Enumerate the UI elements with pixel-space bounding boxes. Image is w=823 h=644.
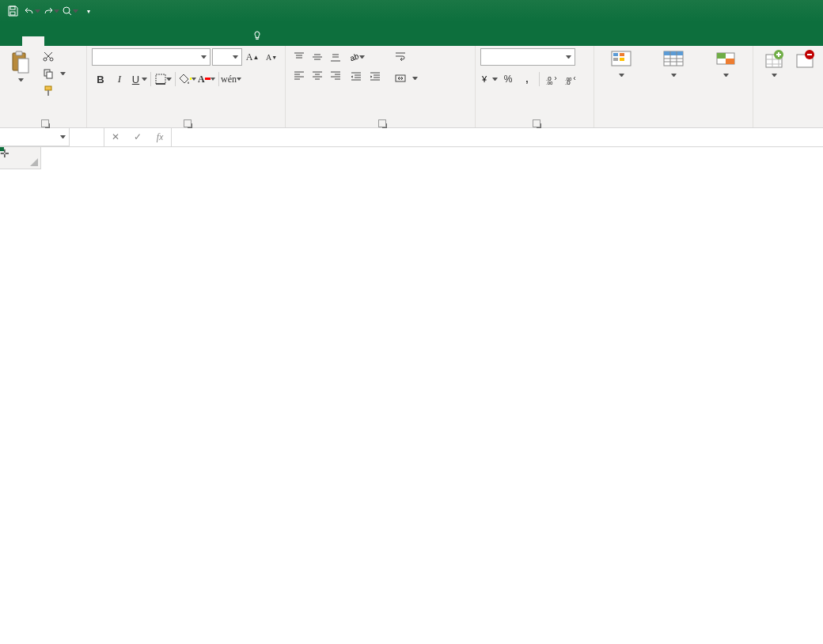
ribbon-tabs [0,22,823,46]
align-center-icon[interactable] [309,66,326,84]
title-bar: ▾ [0,0,823,22]
format-painter-button[interactable] [40,83,69,99]
cut-button[interactable] [40,48,69,64]
redo-icon[interactable] [41,2,60,21]
clipboard-dialog-launcher[interactable] [41,119,49,127]
ribbon-group-styles [594,46,753,127]
ribbon-group-alignment: ab [286,46,476,127]
spreadsheet-grid[interactable]: ✛ [0,147,823,644]
tab-view[interactable] [155,36,177,46]
comma-format-button[interactable]: , [518,70,536,88]
align-left-icon[interactable] [290,66,308,84]
svg-rect-21 [613,58,618,61]
cancel-formula-icon[interactable]: ✕ [104,128,127,146]
tell-me-search[interactable] [244,25,275,46]
merge-icon [395,73,406,84]
alignment-dialog-launcher[interactable] [378,119,386,127]
preview-icon[interactable] [60,2,79,21]
ribbon-group-number: ¥ % , .0.00 .00.0 [476,46,594,127]
svg-rect-9 [47,90,49,96]
name-box[interactable] [0,128,70,146]
align-bottom-icon[interactable] [327,48,344,66]
increase-indent-icon[interactable] [366,67,384,85]
decrease-indent-icon[interactable] [347,67,365,85]
copy-icon [43,68,54,79]
tab-review[interactable] [133,36,155,46]
decrease-decimal-icon[interactable]: .00.0 [562,70,579,88]
tab-insert[interactable] [44,36,66,46]
svg-text:.00: .00 [546,81,553,85]
wrap-text-button[interactable] [392,48,421,64]
italic-button[interactable]: I [111,70,128,88]
undo-icon[interactable] [22,2,41,21]
number-dialog-launcher[interactable] [533,119,540,127]
phonetic-button[interactable]: wén [222,70,240,88]
tab-data[interactable] [111,36,133,46]
paste-button[interactable] [5,48,36,99]
qat-customize-icon[interactable]: ▾ [79,2,98,21]
delete-cells-icon [794,48,816,70]
select-all-corner[interactable] [0,147,41,169]
svg-rect-27 [726,59,734,64]
percent-format-button[interactable]: % [499,70,517,88]
delete-cells-button[interactable] [795,48,815,77]
accounting-format-button[interactable]: ¥ [480,70,498,88]
align-top-icon[interactable] [290,48,308,66]
formula-input[interactable] [172,128,823,146]
tab-help[interactable] [199,36,222,46]
underline-button[interactable]: U [130,70,147,88]
orientation-button[interactable]: ab [347,48,365,66]
tab-home[interactable] [22,36,44,46]
insert-cells-button[interactable] [758,48,790,77]
cell-style-icon [715,48,737,70]
tab-file[interactable] [0,36,22,46]
svg-rect-19 [613,53,618,56]
align-middle-icon[interactable] [309,48,326,66]
bold-button[interactable]: B [92,70,109,88]
tab-developer[interactable] [177,36,199,46]
paste-icon [8,50,33,75]
svg-rect-20 [620,53,624,56]
increase-decimal-icon[interactable]: .0.00 [543,70,560,88]
svg-rect-5 [18,59,28,73]
tab-formulas[interactable] [89,36,111,46]
font-size-select[interactable] [212,48,242,66]
svg-rect-1 [10,12,15,15]
font-name-select[interactable] [92,48,210,66]
ribbon-group-clipboard [0,46,87,127]
fill-color-button[interactable] [179,70,196,88]
scissors-icon [43,51,54,62]
svg-text:.0: .0 [565,79,571,86]
svg-rect-24 [664,51,683,55]
svg-rect-0 [10,6,15,9]
conditional-formatting-button[interactable] [599,48,643,77]
format-as-table-button[interactable] [651,48,696,77]
ribbon-group-font: A▲ A▼ B I U A wén [87,46,286,127]
border-button[interactable] [154,70,172,88]
insert-cells-icon [763,48,785,70]
merge-center-button[interactable] [392,70,421,86]
font-dialog-launcher[interactable] [184,119,192,127]
svg-text:¥: ¥ [481,74,487,84]
decrease-font-icon[interactable]: A▼ [263,48,280,66]
number-format-select[interactable] [480,48,575,66]
tab-page-layout[interactable] [66,36,89,46]
cell-styles-button[interactable] [704,48,748,77]
svg-rect-7 [47,72,52,78]
font-color-button[interactable]: A [198,70,215,88]
wrap-text-icon [395,51,406,62]
svg-rect-4 [16,51,22,55]
cond-format-icon [610,48,632,70]
ribbon-group-cells [753,46,820,127]
insert-function-icon[interactable]: fx [149,128,171,146]
copy-button[interactable] [40,66,69,81]
tab-power-pivot[interactable] [222,36,244,46]
increase-font-icon[interactable]: A▲ [244,48,261,66]
paintbrush-icon [43,85,54,97]
lightbulb-icon [252,30,263,41]
save-icon[interactable] [3,2,22,21]
enter-formula-icon[interactable]: ✓ [127,128,149,146]
svg-point-2 [63,7,70,13]
svg-rect-22 [620,58,624,61]
align-right-icon[interactable] [327,66,344,84]
